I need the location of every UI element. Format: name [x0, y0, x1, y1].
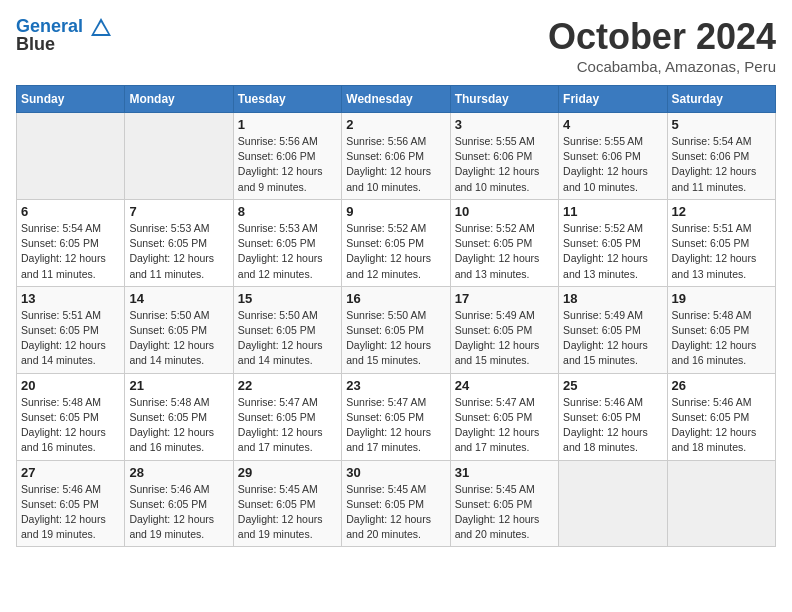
day-cell: 17Sunrise: 5:49 AM Sunset: 6:05 PM Dayli…: [450, 286, 558, 373]
week-row-1: 1Sunrise: 5:56 AM Sunset: 6:06 PM Daylig…: [17, 113, 776, 200]
day-number: 3: [455, 117, 554, 132]
day-cell: [125, 113, 233, 200]
day-number: 11: [563, 204, 662, 219]
col-header-sunday: Sunday: [17, 86, 125, 113]
day-cell: 14Sunrise: 5:50 AM Sunset: 6:05 PM Dayli…: [125, 286, 233, 373]
day-number: 10: [455, 204, 554, 219]
day-number: 21: [129, 378, 228, 393]
day-info: Sunrise: 5:55 AM Sunset: 6:06 PM Dayligh…: [455, 134, 554, 195]
day-number: 29: [238, 465, 337, 480]
day-info: Sunrise: 5:56 AM Sunset: 6:06 PM Dayligh…: [346, 134, 445, 195]
day-number: 25: [563, 378, 662, 393]
day-info: Sunrise: 5:47 AM Sunset: 6:05 PM Dayligh…: [346, 395, 445, 456]
day-info: Sunrise: 5:46 AM Sunset: 6:05 PM Dayligh…: [21, 482, 120, 543]
location-subtitle: Cocabamba, Amazonas, Peru: [548, 58, 776, 75]
col-header-friday: Friday: [559, 86, 667, 113]
day-info: Sunrise: 5:51 AM Sunset: 6:05 PM Dayligh…: [672, 221, 771, 282]
day-number: 18: [563, 291, 662, 306]
day-number: 6: [21, 204, 120, 219]
day-number: 16: [346, 291, 445, 306]
day-number: 4: [563, 117, 662, 132]
day-info: Sunrise: 5:53 AM Sunset: 6:05 PM Dayligh…: [129, 221, 228, 282]
day-cell: 11Sunrise: 5:52 AM Sunset: 6:05 PM Dayli…: [559, 199, 667, 286]
day-info: Sunrise: 5:46 AM Sunset: 6:05 PM Dayligh…: [563, 395, 662, 456]
day-number: 13: [21, 291, 120, 306]
day-info: Sunrise: 5:56 AM Sunset: 6:06 PM Dayligh…: [238, 134, 337, 195]
day-number: 26: [672, 378, 771, 393]
day-cell: 24Sunrise: 5:47 AM Sunset: 6:05 PM Dayli…: [450, 373, 558, 460]
day-cell: 1Sunrise: 5:56 AM Sunset: 6:06 PM Daylig…: [233, 113, 341, 200]
col-header-saturday: Saturday: [667, 86, 775, 113]
day-cell: 23Sunrise: 5:47 AM Sunset: 6:05 PM Dayli…: [342, 373, 450, 460]
col-header-wednesday: Wednesday: [342, 86, 450, 113]
title-block: October 2024 Cocabamba, Amazonas, Peru: [548, 16, 776, 75]
day-cell: 31Sunrise: 5:45 AM Sunset: 6:05 PM Dayli…: [450, 460, 558, 547]
day-cell: [559, 460, 667, 547]
day-info: Sunrise: 5:52 AM Sunset: 6:05 PM Dayligh…: [563, 221, 662, 282]
day-number: 24: [455, 378, 554, 393]
day-info: Sunrise: 5:45 AM Sunset: 6:05 PM Dayligh…: [455, 482, 554, 543]
day-number: 23: [346, 378, 445, 393]
week-row-4: 20Sunrise: 5:48 AM Sunset: 6:05 PM Dayli…: [17, 373, 776, 460]
day-info: Sunrise: 5:50 AM Sunset: 6:05 PM Dayligh…: [129, 308, 228, 369]
week-row-3: 13Sunrise: 5:51 AM Sunset: 6:05 PM Dayli…: [17, 286, 776, 373]
col-header-monday: Monday: [125, 86, 233, 113]
day-number: 17: [455, 291, 554, 306]
day-info: Sunrise: 5:53 AM Sunset: 6:05 PM Dayligh…: [238, 221, 337, 282]
day-number: 27: [21, 465, 120, 480]
day-info: Sunrise: 5:50 AM Sunset: 6:05 PM Dayligh…: [346, 308, 445, 369]
day-cell: 4Sunrise: 5:55 AM Sunset: 6:06 PM Daylig…: [559, 113, 667, 200]
calendar-header-row: SundayMondayTuesdayWednesdayThursdayFrid…: [17, 86, 776, 113]
day-number: 22: [238, 378, 337, 393]
day-cell: 29Sunrise: 5:45 AM Sunset: 6:05 PM Dayli…: [233, 460, 341, 547]
day-cell: 3Sunrise: 5:55 AM Sunset: 6:06 PM Daylig…: [450, 113, 558, 200]
day-cell: 7Sunrise: 5:53 AM Sunset: 6:05 PM Daylig…: [125, 199, 233, 286]
day-info: Sunrise: 5:48 AM Sunset: 6:05 PM Dayligh…: [21, 395, 120, 456]
day-info: Sunrise: 5:48 AM Sunset: 6:05 PM Dayligh…: [672, 308, 771, 369]
day-number: 19: [672, 291, 771, 306]
day-number: 8: [238, 204, 337, 219]
day-cell: 26Sunrise: 5:46 AM Sunset: 6:05 PM Dayli…: [667, 373, 775, 460]
day-cell: [17, 113, 125, 200]
day-info: Sunrise: 5:54 AM Sunset: 6:05 PM Dayligh…: [21, 221, 120, 282]
day-info: Sunrise: 5:47 AM Sunset: 6:05 PM Dayligh…: [238, 395, 337, 456]
page-header: General Blue October 2024 Cocabamba, Ama…: [16, 16, 776, 75]
day-number: 15: [238, 291, 337, 306]
day-number: 7: [129, 204, 228, 219]
day-info: Sunrise: 5:47 AM Sunset: 6:05 PM Dayligh…: [455, 395, 554, 456]
day-number: 30: [346, 465, 445, 480]
day-cell: 30Sunrise: 5:45 AM Sunset: 6:05 PM Dayli…: [342, 460, 450, 547]
day-cell: 15Sunrise: 5:50 AM Sunset: 6:05 PM Dayli…: [233, 286, 341, 373]
day-info: Sunrise: 5:52 AM Sunset: 6:05 PM Dayligh…: [346, 221, 445, 282]
day-cell: 18Sunrise: 5:49 AM Sunset: 6:05 PM Dayli…: [559, 286, 667, 373]
day-cell: 6Sunrise: 5:54 AM Sunset: 6:05 PM Daylig…: [17, 199, 125, 286]
day-cell: 20Sunrise: 5:48 AM Sunset: 6:05 PM Dayli…: [17, 373, 125, 460]
week-row-5: 27Sunrise: 5:46 AM Sunset: 6:05 PM Dayli…: [17, 460, 776, 547]
logo-icon: [90, 16, 112, 38]
day-number: 5: [672, 117, 771, 132]
day-cell: 5Sunrise: 5:54 AM Sunset: 6:06 PM Daylig…: [667, 113, 775, 200]
day-info: Sunrise: 5:55 AM Sunset: 6:06 PM Dayligh…: [563, 134, 662, 195]
day-number: 14: [129, 291, 228, 306]
day-number: 9: [346, 204, 445, 219]
day-info: Sunrise: 5:52 AM Sunset: 6:05 PM Dayligh…: [455, 221, 554, 282]
day-cell: 25Sunrise: 5:46 AM Sunset: 6:05 PM Dayli…: [559, 373, 667, 460]
day-number: 12: [672, 204, 771, 219]
day-info: Sunrise: 5:46 AM Sunset: 6:05 PM Dayligh…: [672, 395, 771, 456]
day-number: 1: [238, 117, 337, 132]
day-cell: 27Sunrise: 5:46 AM Sunset: 6:05 PM Dayli…: [17, 460, 125, 547]
month-title: October 2024: [548, 16, 776, 58]
day-number: 31: [455, 465, 554, 480]
week-row-2: 6Sunrise: 5:54 AM Sunset: 6:05 PM Daylig…: [17, 199, 776, 286]
col-header-thursday: Thursday: [450, 86, 558, 113]
day-info: Sunrise: 5:46 AM Sunset: 6:05 PM Dayligh…: [129, 482, 228, 543]
day-cell: 10Sunrise: 5:52 AM Sunset: 6:05 PM Dayli…: [450, 199, 558, 286]
day-cell: 9Sunrise: 5:52 AM Sunset: 6:05 PM Daylig…: [342, 199, 450, 286]
day-info: Sunrise: 5:45 AM Sunset: 6:05 PM Dayligh…: [238, 482, 337, 543]
day-cell: 8Sunrise: 5:53 AM Sunset: 6:05 PM Daylig…: [233, 199, 341, 286]
day-info: Sunrise: 5:49 AM Sunset: 6:05 PM Dayligh…: [455, 308, 554, 369]
day-info: Sunrise: 5:51 AM Sunset: 6:05 PM Dayligh…: [21, 308, 120, 369]
day-cell: 2Sunrise: 5:56 AM Sunset: 6:06 PM Daylig…: [342, 113, 450, 200]
day-info: Sunrise: 5:49 AM Sunset: 6:05 PM Dayligh…: [563, 308, 662, 369]
logo: General Blue: [16, 16, 114, 55]
